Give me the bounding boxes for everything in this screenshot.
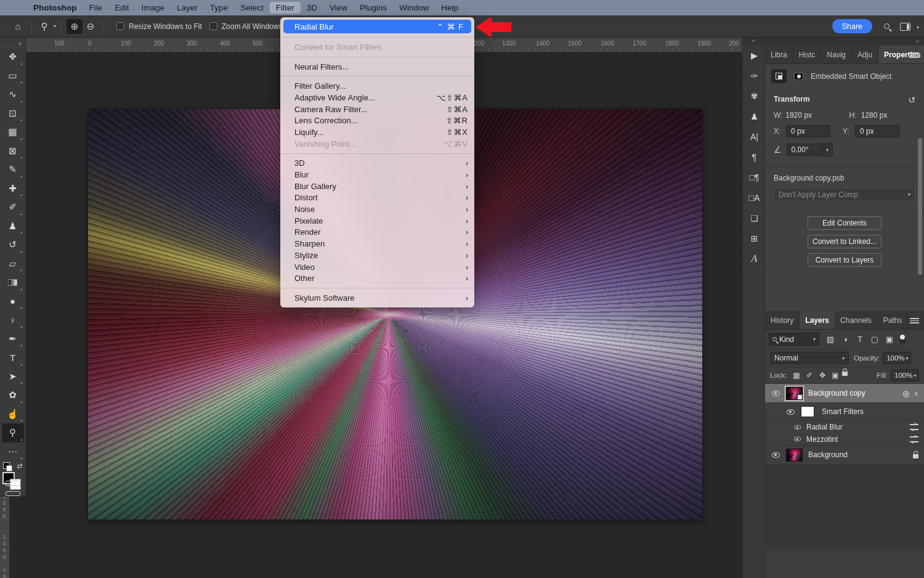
- type-tool[interactable]: T: [2, 348, 24, 367]
- smart-filters-row[interactable]: Smart Filters: [765, 403, 924, 421]
- menu-item-blur[interactable]: Blur ›: [280, 169, 474, 181]
- menubar-item[interactable]: Image: [136, 2, 171, 14]
- visibility-eye-icon[interactable]: [772, 452, 780, 458]
- healing-brush-tool[interactable]: ✚: [2, 179, 24, 198]
- checkbox[interactable]: [116, 22, 124, 30]
- brushes-panel-icon[interactable]: ✾: [743, 86, 766, 107]
- tab-history[interactable]: History: [765, 311, 800, 329]
- smart-filter-icon[interactable]: ◎: [902, 389, 909, 398]
- frame-tool[interactable]: ⊠: [2, 142, 24, 161]
- paragraph-styles-panel-icon[interactable]: □¶: [743, 168, 766, 188]
- filter-menu-item[interactable]: ›: [280, 76, 474, 76]
- angle-dropdown-chevron[interactable]: ▾: [822, 143, 833, 157]
- tab-layers[interactable]: Layers: [800, 311, 835, 329]
- menubar-item[interactable]: Filter: [270, 2, 301, 14]
- filter-blending-options-icon[interactable]: [910, 424, 918, 430]
- workspace-switcher-icon[interactable]: [900, 23, 910, 31]
- menubar-item[interactable]: Type: [204, 2, 234, 14]
- paragraph-panel-icon[interactable]: ¶: [743, 147, 766, 168]
- 3d-panel-icon[interactable]: ❏: [743, 208, 766, 229]
- properties-dock-collapse-button[interactable]: »: [765, 38, 924, 46]
- strip-collapse-button[interactable]: «: [743, 38, 764, 46]
- collapse-filters-chevron[interactable]: ∧: [914, 390, 918, 397]
- filter-menu-item[interactable]: ›: [280, 37, 474, 38]
- tab-channels[interactable]: Channels: [835, 311, 878, 329]
- filter-name[interactable]: Radial Blur: [806, 423, 843, 431]
- visibility-eye-icon[interactable]: [794, 437, 801, 442]
- edit-contents-button[interactable]: Edit Contents: [808, 216, 881, 230]
- filter-type-layers-icon[interactable]: T: [853, 333, 867, 346]
- filter-name[interactable]: Mezzotint: [806, 435, 838, 444]
- blur-tool[interactable]: ●: [2, 292, 24, 311]
- layer-name[interactable]: Background: [808, 450, 848, 459]
- menubar-item[interactable]: Plugins: [354, 2, 393, 14]
- quick-mask-button[interactable]: [6, 481, 20, 486]
- menu-item-pixelate[interactable]: Pixelate ›: [280, 215, 474, 227]
- filter-mask-thumbnail[interactable]: [801, 406, 814, 417]
- dodge-tool[interactable]: ♀: [2, 311, 24, 330]
- menu-item-convert-smart-filters[interactable]: Convert for Smart Filters ›: [280, 41, 474, 53]
- chevron-down-icon[interactable]: ▾: [54, 23, 56, 29]
- smart-filter-mezzotint-row[interactable]: Mezzotint: [765, 433, 924, 446]
- zoom-all-windows-checkbox[interactable]: Zoom All Windows: [209, 22, 283, 31]
- layer-thumbnail[interactable]: [786, 449, 803, 462]
- menu-item-liquify[interactable]: Liquify... ⇧⌘X ›: [280, 126, 474, 138]
- blend-mode-select[interactable]: Normal ▾: [770, 352, 849, 364]
- y-position-field[interactable]: 0 px: [855, 125, 899, 137]
- opacity-field[interactable]: 100% ▾: [883, 352, 911, 364]
- menu-item-lens-correction[interactable]: Lens Correction... ⇧⌘R ›: [280, 115, 474, 126]
- tab-libraries[interactable]: Libra: [765, 46, 793, 63]
- menu-item-adaptive-wide-angle[interactable]: Adaptive Wide Angle... ⌥⇧⌘A ›: [280, 92, 474, 104]
- menubar-item[interactable]: Edit: [108, 2, 135, 14]
- zoom-out-button[interactable]: ⊖: [83, 19, 99, 34]
- zoom-tool-preset-button[interactable]: ⚲: [36, 19, 52, 34]
- smart-filter-radial-blur-row[interactable]: Radial Blur: [765, 421, 924, 433]
- menubar-item[interactable]: Photoshop: [27, 2, 83, 14]
- character-panel-icon[interactable]: A|: [743, 127, 766, 147]
- menu-item-radial-blur[interactable]: Radial Blur ⌃ ⌘ F ›: [283, 20, 471, 33]
- panel-menu-icon[interactable]: [910, 52, 919, 58]
- menu-item-distort[interactable]: Distort ›: [280, 192, 474, 204]
- home-screen-button[interactable]: ⌂: [10, 19, 26, 34]
- tab-adjustments[interactable]: Adju: [852, 46, 878, 63]
- menu-item-vanishing-point[interactable]: Vanishing Point... ⌥⌘V ›: [280, 138, 474, 150]
- menu-item-other[interactable]: Other ›: [280, 272, 474, 284]
- shape-tool[interactable]: ✿: [2, 386, 24, 405]
- menubar-item[interactable]: Help: [435, 2, 464, 14]
- glyphs-panel-icon[interactable]: A: [743, 249, 766, 269]
- menubar-item[interactable]: Select: [234, 2, 270, 14]
- clone-stamp-tool[interactable]: ♟: [2, 217, 24, 236]
- layer-thumbnail[interactable]: [786, 387, 803, 400]
- marquee-tool[interactable]: ▭: [2, 67, 24, 86]
- menu-item-neural-filters[interactable]: Neural Filters... ›: [280, 61, 474, 73]
- filter-shape-layers-icon[interactable]: ▢: [867, 333, 882, 346]
- eraser-tool[interactable]: ▱: [2, 254, 24, 274]
- menu-item-blur-gallery[interactable]: Blur Gallery ›: [280, 181, 474, 192]
- filter-pixel-layers-icon[interactable]: ▨: [823, 333, 838, 346]
- history-brush-tool[interactable]: ↺: [2, 235, 24, 254]
- default-colors-icon[interactable]: [3, 462, 10, 469]
- visibility-eye-icon[interactable]: [772, 391, 780, 396]
- lock-position-icon[interactable]: ✥: [816, 369, 829, 381]
- crop-tool[interactable]: ▦: [2, 123, 24, 142]
- brush-tool[interactable]: ✐: [2, 198, 24, 217]
- actions-panel-icon[interactable]: ▶: [743, 46, 766, 66]
- layer-name[interactable]: Background copy: [808, 389, 865, 397]
- clone-source-panel-icon[interactable]: ♟: [743, 107, 766, 127]
- filter-blending-options-icon[interactable]: [910, 436, 918, 442]
- toolbar-expand-button[interactable]: »: [0, 38, 25, 47]
- x-position-field[interactable]: 0 px: [786, 125, 830, 137]
- menu-item-video[interactable]: Video ›: [280, 261, 474, 273]
- filter-smart-objects-icon[interactable]: ▣: [882, 333, 897, 346]
- rotation-angle-field[interactable]: 0,00°: [787, 144, 822, 156]
- move-tool[interactable]: ✥: [2, 47, 24, 67]
- properties-scrollbar[interactable]: [918, 138, 922, 275]
- visibility-eye-icon[interactable]: [787, 409, 795, 415]
- menubar-item[interactable]: Layer: [171, 2, 204, 14]
- brush-settings-panel-icon[interactable]: ✑: [743, 66, 766, 86]
- pen-tool[interactable]: ✒: [2, 330, 24, 349]
- lasso-tool[interactable]: ∿: [2, 85, 24, 104]
- kind-filter-select[interactable]: Kind ▾: [769, 333, 819, 346]
- lock-transparency-icon[interactable]: ▦: [790, 369, 803, 381]
- menu-item-camera-raw[interactable]: Camera Raw Filter... ⇧⌘A ›: [280, 104, 474, 115]
